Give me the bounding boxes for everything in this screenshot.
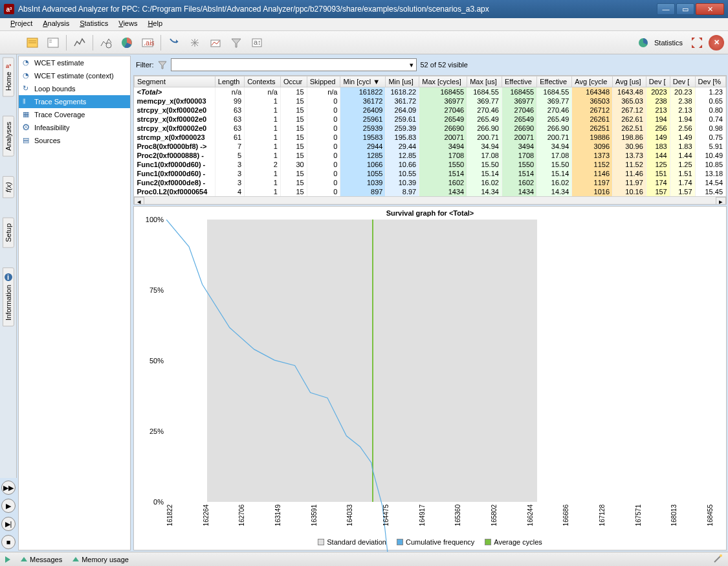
table-row[interactable]: Proc0.L2(0xf0000654411508978.97143414.34… bbox=[135, 187, 726, 196]
filter-combobox[interactable]: ▾ bbox=[171, 58, 417, 71]
toolbar-fullscreen-button[interactable] bbox=[688, 34, 706, 52]
toolbar-btn-8[interactable] bbox=[206, 34, 225, 52]
table-cell: 0 bbox=[307, 178, 340, 187]
run-icon[interactable] bbox=[5, 556, 10, 563]
chart-y-label: 0% bbox=[140, 498, 164, 506]
table-header[interactable]: Segment bbox=[135, 76, 215, 87]
table-wrap[interactable]: SegmentLengthContextsOccurSkippedMin [cy… bbox=[133, 75, 727, 205]
table-row[interactable]: strcpy_x(0xf00002e063115025961259.612654… bbox=[135, 115, 726, 124]
table-cell: 1434 bbox=[419, 187, 467, 196]
left-vertical-tabs: Homea³ Analyses f(x) Setup Informationi bbox=[0, 54, 17, 478]
menu-project[interactable]: Project bbox=[5, 18, 38, 30]
table-header[interactable]: Occur bbox=[280, 76, 307, 87]
toolbar-btn-1[interactable] bbox=[23, 34, 41, 52]
vtab-fx[interactable]: f(x) bbox=[3, 176, 14, 198]
toolbar-btn-7[interactable] bbox=[186, 34, 204, 52]
table-row[interactable]: memcpy_x(0xf0000399115036172361.72369773… bbox=[135, 96, 726, 106]
toolbar-filter-icon[interactable] bbox=[227, 34, 245, 52]
horizontal-scrollbar[interactable]: ◂ ▸ bbox=[134, 196, 726, 205]
table-cell: 2944 bbox=[340, 142, 386, 151]
table-cell: 270.46 bbox=[467, 106, 502, 115]
table-header[interactable]: Avg [cycle bbox=[572, 76, 613, 87]
table-row[interactable]: <Total>n/an/a15n/a1618221618.22168455168… bbox=[135, 87, 726, 97]
table-header[interactable]: Avg [us] bbox=[613, 76, 646, 87]
table-header[interactable]: Dev [ bbox=[670, 76, 695, 87]
table-row[interactable]: strcpy_x(0xf00002e063115026409264.092704… bbox=[135, 106, 726, 115]
table-header[interactable]: Min [cycl ▼ bbox=[340, 76, 386, 87]
table-cell: 198.86 bbox=[613, 133, 646, 142]
step-button[interactable]: ▶| bbox=[1, 517, 16, 531]
table-row[interactable]: Proc8(0xf0000bf8) ->71150294429.44349434… bbox=[135, 142, 726, 151]
table-row[interactable]: Func1(0xf0000d60) -32300106610.66155015.… bbox=[135, 160, 726, 169]
vtab-setup[interactable]: Setup bbox=[3, 218, 14, 248]
tree-item-1[interactable]: ◔WCET estimate (context) bbox=[19, 69, 130, 82]
table-row[interactable]: Func1(0xf0000d60) -31150105510.55151415.… bbox=[135, 169, 726, 178]
tree-item-4[interactable]: ▦Trace Coverage bbox=[19, 108, 130, 121]
stop-button[interactable]: ■ bbox=[1, 535, 16, 549]
svg-marker-20 bbox=[692, 38, 695, 41]
menu-help[interactable]: Help bbox=[142, 18, 168, 30]
toolbar-btn-2[interactable] bbox=[44, 34, 62, 52]
table-cell: 10.39 bbox=[386, 178, 419, 187]
table-header[interactable]: Effective bbox=[502, 76, 536, 87]
table-row[interactable]: strcmp_x(0xf00002361115019583195.8320071… bbox=[135, 133, 726, 142]
table-cell: 200.71 bbox=[537, 133, 572, 142]
maximize-button[interactable]: ▭ bbox=[676, 3, 694, 15]
vtab-information[interactable]: Informationi bbox=[3, 267, 14, 326]
close-button[interactable]: ✕ bbox=[696, 3, 724, 15]
table-cell: memcpy_x(0xf00003 bbox=[135, 96, 215, 106]
table-header[interactable]: Dev [% bbox=[695, 76, 725, 87]
tree-item-0[interactable]: ◔WCET estimate bbox=[19, 56, 130, 69]
vtab-analyses[interactable]: Analyses bbox=[3, 116, 14, 157]
table-cell: 5.91 bbox=[695, 142, 725, 151]
table-cell: 267.12 bbox=[613, 106, 646, 115]
table-cell: 15.50 bbox=[537, 160, 572, 169]
menu-statistics[interactable]: Statistics bbox=[74, 18, 113, 30]
table-header[interactable]: Max [cycles] bbox=[419, 76, 467, 87]
status-wand-icon[interactable] bbox=[712, 554, 723, 565]
table-cell: 1.83 bbox=[670, 142, 695, 151]
play-button[interactable]: ▶ bbox=[1, 499, 16, 513]
tree-item-2[interactable]: ↻Loop bounds bbox=[19, 82, 130, 95]
table-cell: Proc0.L2(0xf0000654 bbox=[135, 187, 215, 196]
status-messages[interactable]: Messages bbox=[21, 556, 62, 563]
toolbar-btn-arrow[interactable] bbox=[165, 34, 183, 52]
table-header[interactable]: Effective bbox=[537, 76, 572, 87]
table-cell: 168455 bbox=[502, 87, 536, 97]
table-cell: 2 bbox=[245, 160, 281, 169]
status-memory[interactable]: Memory usage bbox=[72, 556, 129, 563]
tree-item-5[interactable]: ⮿Infeasibility bbox=[19, 121, 130, 134]
scroll-right-button[interactable]: ▸ bbox=[716, 197, 726, 205]
table-cell: 151 bbox=[646, 169, 670, 178]
vtab-home[interactable]: Homea³ bbox=[3, 57, 14, 96]
menu-analysis[interactable]: Analysis bbox=[38, 18, 74, 30]
table-row[interactable]: Proc2(0xf0000888) -51150128512.85170817.… bbox=[135, 151, 726, 160]
chart-body[interactable]: 0%25%50%75%100% bbox=[166, 220, 707, 502]
table-cell: 1197 bbox=[572, 178, 613, 187]
table-header[interactable]: Skipped bbox=[307, 76, 340, 87]
chart-x-label: 168455 bbox=[707, 504, 714, 526]
toolbar-close-button[interactable]: ✕ bbox=[709, 35, 724, 51]
table-header[interactable]: Min [us] bbox=[386, 76, 419, 87]
table-cell: 26690 bbox=[419, 124, 467, 133]
table-header[interactable]: Contexts bbox=[245, 76, 281, 87]
chart-x-label: 162706 bbox=[238, 504, 245, 526]
scroll-left-button[interactable]: ◂ bbox=[134, 197, 144, 205]
table-header[interactable]: Max [us] bbox=[467, 76, 502, 87]
svg-marker-10 bbox=[176, 40, 178, 43]
table-cell: 63 bbox=[215, 106, 244, 115]
minimize-button[interactable]: — bbox=[657, 3, 675, 15]
play-forward-button[interactable]: ▶▶ bbox=[1, 481, 16, 495]
tree-item-3[interactable]: ⫴Trace Segments bbox=[19, 95, 130, 108]
toolbar-btn-4[interactable] bbox=[97, 34, 115, 52]
toolbar-btn-9[interactable]: a↕ bbox=[248, 34, 266, 52]
table-header[interactable]: Length bbox=[215, 76, 244, 87]
tree-item-6[interactable]: ▤Sources bbox=[19, 134, 130, 147]
table-row[interactable]: strcpy_x(0xf00002e063115025939259.392669… bbox=[135, 124, 726, 133]
toolbar-btn-3[interactable] bbox=[71, 34, 89, 52]
toolbar-btn-5[interactable] bbox=[118, 34, 136, 52]
toolbar-btn-ais[interactable]: .ais bbox=[138, 34, 157, 52]
menu-views[interactable]: Views bbox=[113, 18, 142, 30]
table-row[interactable]: Func2(0xf0000de8) -31150103910.39160216.… bbox=[135, 178, 726, 187]
table-header[interactable]: Dev [ bbox=[646, 76, 670, 87]
